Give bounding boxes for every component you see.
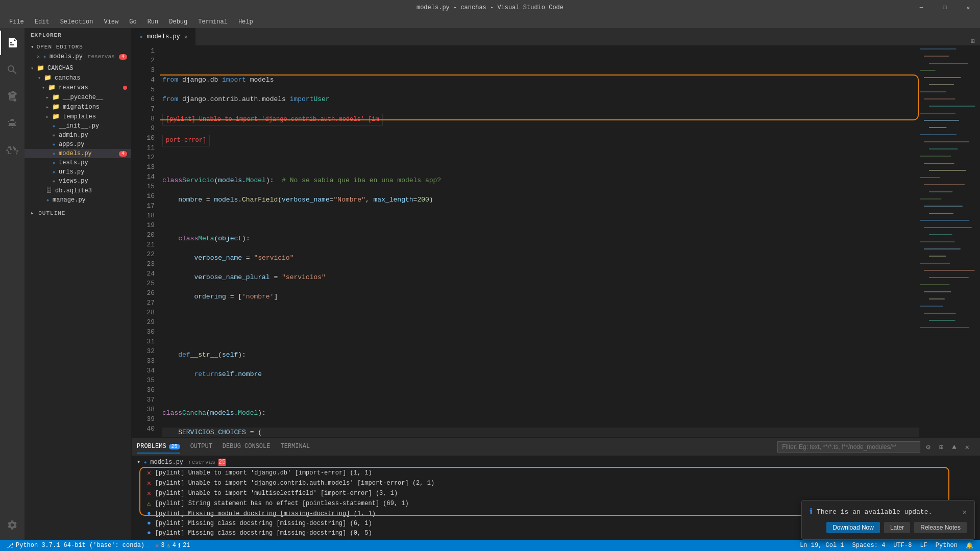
- folder-icon: 📁: [48, 84, 56, 91]
- chevron-down-icon: ▾: [38, 75, 41, 81]
- code-line-17: [162, 389, 919, 398]
- code-editor[interactable]: 12345 678910 1112131415 1617181920 21222…: [132, 46, 980, 438]
- status-notifications[interactable]: 🔔: [964, 542, 975, 549]
- menu-terminal[interactable]: Terminal: [194, 17, 232, 27]
- title-bar: models.py - canchas - Visual Studio Code…: [0, 0, 980, 15]
- tab-output[interactable]: OUTPUT: [190, 440, 212, 454]
- problems-label: PROBLEMS: [137, 443, 166, 450]
- tree-label: reservas: [59, 84, 88, 91]
- problem-text-4: [pylint] String statement has no effect …: [155, 500, 409, 507]
- py-file-icon: ⬥: [52, 168, 56, 176]
- eol-text: LF: [920, 542, 927, 549]
- status-language[interactable]: Python: [934, 542, 959, 549]
- activity-source-control[interactable]: [0, 85, 24, 109]
- tab-debug-console[interactable]: DEBUG CONSOLE: [223, 440, 271, 454]
- warn-icon: ⚠: [147, 499, 151, 508]
- status-branch[interactable]: ⎇ Python 3.7.1 64-bit ('base': conda): [5, 542, 146, 549]
- problems-count-badge: 25: [169, 444, 180, 449]
- status-encoding[interactable]: UTF-8: [892, 542, 913, 549]
- filter-icon[interactable]: ⚙: [923, 441, 933, 453]
- menu-view[interactable]: View: [100, 17, 122, 27]
- menu-debug[interactable]: Debug: [165, 17, 191, 27]
- tree-folder-templates[interactable]: ▸ 📁 templates: [24, 112, 131, 121]
- status-eol[interactable]: LF: [918, 542, 928, 549]
- activity-explorer[interactable]: [0, 31, 24, 55]
- chevron-right-icon: ▸: [46, 114, 49, 120]
- notification-close[interactable]: ✕: [963, 508, 967, 516]
- tab-terminal[interactable]: TERMINAL: [280, 440, 310, 454]
- tree-file-init[interactable]: ⬥ __init__.py: [24, 121, 131, 131]
- activity-debug[interactable]: [0, 112, 24, 136]
- tree-label: templates: [63, 113, 96, 120]
- tree-folder-reservas[interactable]: ▾ 📁 reservas: [24, 83, 131, 92]
- tree-folder-migrations[interactable]: ▸ 📁 migrations: [24, 102, 131, 112]
- release-notes-button[interactable]: Release Notes: [914, 522, 967, 533]
- menu-run[interactable]: Run: [143, 17, 163, 27]
- later-button[interactable]: Later: [884, 522, 910, 533]
- info-icon: ●: [147, 510, 151, 517]
- tab-file-icon: ⬥: [139, 33, 143, 40]
- tree-file-admin[interactable]: ⬥ admin.py: [24, 131, 131, 140]
- tree-file-urls[interactable]: ⬥ urls.py: [24, 167, 131, 177]
- tab-problems[interactable]: PROBLEMS 25: [137, 440, 180, 454]
- maximize-button[interactable]: □: [933, 0, 957, 15]
- window-title: models.py - canchas - Visual Studio Code: [416, 4, 564, 11]
- download-now-button[interactable]: Download Now: [826, 522, 880, 533]
- problem-item-1[interactable]: ✕ [pylint] Unable to import 'django.db' …: [132, 468, 980, 478]
- problem-text-7: [pylint] Missing class docstring [missin…: [155, 530, 372, 537]
- tree-label: tests.py: [59, 159, 88, 166]
- tab-models-py[interactable]: ⬥ models.py ✕: [132, 28, 195, 45]
- activity-settings[interactable]: [0, 513, 24, 537]
- collapse-icon[interactable]: ▲: [949, 441, 959, 453]
- close-file-icon[interactable]: ✕: [37, 54, 40, 60]
- activity-extensions[interactable]: [0, 139, 24, 163]
- status-spaces[interactable]: Spaces: 4: [851, 542, 887, 549]
- tree-file-tests[interactable]: ⬥ tests.py: [24, 158, 131, 167]
- error-icon: ✕: [147, 469, 151, 477]
- activity-search[interactable]: [0, 58, 24, 82]
- code-line-16: return self.nombre: [162, 369, 919, 379]
- menu-help[interactable]: Help: [234, 17, 257, 27]
- code-content[interactable]: from django.db import models from django…: [160, 46, 919, 438]
- outline-section[interactable]: ▸ OUTLINE: [24, 206, 131, 218]
- minimize-button[interactable]: ─: [910, 0, 933, 15]
- problems-file-header[interactable]: ▾ ⬥ models.py reservas 25: [132, 456, 980, 468]
- tree-file-db[interactable]: 🗄 db.sqlite3: [24, 186, 131, 195]
- menu-selection[interactable]: Selection: [56, 17, 97, 27]
- py-file-icon: ⬥: [52, 122, 56, 130]
- py-file-icon: ⬥: [52, 159, 56, 166]
- py-file-icon: ⬥: [52, 141, 56, 148]
- close-button[interactable]: ✕: [957, 0, 980, 15]
- filter-input[interactable]: [777, 441, 920, 453]
- status-python-version: Python 3.7.1 64-bit ('base': conda): [16, 542, 144, 549]
- status-errors[interactable]: ✕ 3 ⚠ 4 ℹ 21: [154, 542, 191, 549]
- menu-go[interactable]: Go: [125, 17, 140, 27]
- notification-message: There is an available update.: [817, 508, 932, 516]
- menu-edit[interactable]: Edit: [31, 17, 54, 27]
- tree-file-models[interactable]: ⬥ models.py 4: [24, 149, 131, 158]
- open-file-models-py[interactable]: ✕ ⬥ models.py reservas 4: [24, 52, 131, 61]
- tree-label: canchas: [55, 74, 80, 82]
- tab-close-icon[interactable]: ✕: [184, 34, 188, 40]
- language-text: Python: [936, 542, 958, 549]
- problem-item-3[interactable]: ✕ [pylint] Unable to import 'multiselect…: [132, 488, 980, 498]
- tree-folder-pycache[interactable]: ▸ 📁 __pycache__: [24, 92, 131, 102]
- tree-file-manage[interactable]: ⬥ manage.py: [24, 195, 131, 205]
- menu-file[interactable]: File: [5, 17, 28, 27]
- tree-file-apps[interactable]: ⬥ apps.py: [24, 140, 131, 149]
- tree-label: __pycache__: [63, 94, 103, 101]
- minimap: [919, 46, 980, 438]
- problem-text-6: [pylint] Missing class docstring [missin…: [155, 520, 372, 527]
- open-editors-section[interactable]: ▾ OPEN EDITORS: [24, 41, 131, 52]
- tree-folder-canchas[interactable]: ▾ 📁 canchas: [24, 73, 131, 83]
- split-editor-icon[interactable]: ⊞: [971, 37, 975, 45]
- tree-file-views[interactable]: ⬥ views.py: [24, 177, 131, 186]
- problems-group: ✕ [pylint] Unable to import 'django.db' …: [132, 468, 980, 498]
- copy-icon[interactable]: ⊞: [936, 441, 946, 453]
- notification-header: ℹ There is an available update. ✕: [810, 507, 967, 517]
- problem-item-2[interactable]: ✕ [pylint] Unable to import 'django.cont…: [132, 478, 980, 488]
- close-panel-icon[interactable]: ✕: [962, 441, 972, 453]
- status-position[interactable]: Ln 19, Col 1: [798, 542, 845, 549]
- tree-canchas-root[interactable]: ▾ 📁 CANCHAS: [24, 63, 131, 73]
- error-badge: 4: [119, 151, 127, 157]
